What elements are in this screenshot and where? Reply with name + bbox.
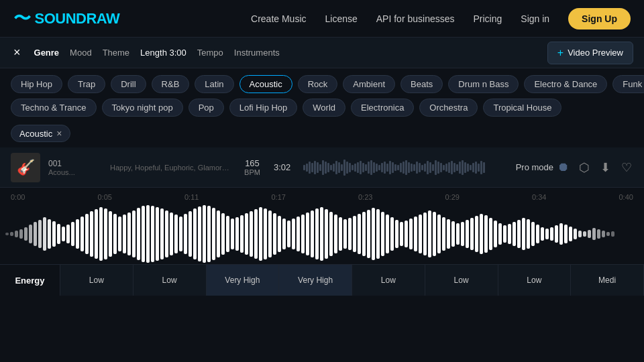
filter-bar: × Genre Mood Theme Length 3:00 Tempo Ins… bbox=[0, 38, 644, 68]
waveform-bar bbox=[123, 215, 126, 253]
waveform-bar bbox=[574, 229, 577, 239]
genre-tag-hip-hop[interactable]: Hip Hop bbox=[11, 75, 62, 93]
track-wave-bar bbox=[335, 161, 337, 174]
waveform-bar bbox=[127, 213, 131, 255]
filter-tempo[interactable]: Tempo bbox=[197, 48, 223, 58]
track-wave-bar bbox=[424, 164, 426, 172]
waveform-bar bbox=[57, 224, 60, 244]
waveform-bar bbox=[113, 214, 117, 254]
download-button[interactable]: ⬇ bbox=[599, 159, 612, 176]
genre-tag-orchestra[interactable]: Orchestra bbox=[419, 99, 478, 117]
waveform-bar bbox=[414, 217, 417, 251]
waveform-bar bbox=[297, 217, 300, 251]
track-wave-bar bbox=[451, 161, 453, 174]
track-wave-bar bbox=[478, 164, 480, 172]
genre-tag-pop[interactable]: Pop bbox=[189, 99, 224, 117]
waveform-bar bbox=[541, 227, 544, 241]
nav-license[interactable]: License bbox=[325, 13, 358, 24]
timeline-marker: 0:23 bbox=[358, 193, 372, 201]
signin-button[interactable]: Sign in bbox=[521, 13, 549, 24]
waveform-bar bbox=[226, 216, 229, 252]
genre-tag-tropical-house[interactable]: Tropical House bbox=[483, 99, 561, 117]
waveform-bar bbox=[19, 229, 23, 239]
track-tags: Happy, Hopeful, Euphoric, Glamoro... bbox=[110, 164, 231, 172]
energy-cell-4: Low bbox=[352, 265, 425, 296]
favorite-button[interactable]: ♡ bbox=[620, 159, 633, 176]
waveform-bar bbox=[348, 218, 352, 250]
waveform-bar bbox=[545, 229, 549, 239]
waveform-bar bbox=[513, 222, 516, 246]
nav-api[interactable]: API for businesses bbox=[376, 13, 455, 24]
waveform-bar bbox=[38, 220, 42, 248]
genre-tag-funk[interactable]: Funk bbox=[612, 75, 644, 93]
track-wave-bar bbox=[309, 162, 311, 174]
share-button[interactable]: ⬡ bbox=[578, 159, 591, 176]
waveform-bar bbox=[273, 213, 276, 255]
genre-tag-trap[interactable]: Trap bbox=[68, 75, 105, 93]
genre-tag-lofi-hip-hop[interactable]: Lofi Hip Hop bbox=[229, 99, 298, 117]
filter-length-label[interactable]: Length 3:00 bbox=[140, 48, 186, 58]
genre-tag-world[interactable]: World bbox=[303, 99, 345, 117]
waveform-bar bbox=[461, 222, 464, 246]
close-filter-button[interactable]: × bbox=[11, 46, 23, 60]
waveform-bar bbox=[362, 212, 366, 256]
genre-tag-r&b[interactable]: R&B bbox=[152, 75, 190, 93]
track-wave-bar bbox=[373, 162, 375, 173]
track-wave-bar bbox=[327, 163, 329, 172]
track-wave-bar bbox=[314, 161, 316, 174]
waveform-bar bbox=[343, 219, 347, 249]
waveform-bar bbox=[235, 217, 239, 251]
genre-tag-ambient[interactable]: Ambient bbox=[343, 75, 395, 93]
track-wave-bar bbox=[352, 165, 354, 170]
waveform-bar bbox=[433, 212, 436, 256]
track-wave-bar bbox=[368, 162, 370, 174]
genre-tag-techno-&-trance[interactable]: Techno & Trance bbox=[11, 99, 97, 117]
waveform-bar bbox=[292, 219, 295, 249]
genre-tag-acoustic[interactable]: Acoustic bbox=[239, 75, 292, 93]
remove-acoustic-button[interactable]: × bbox=[56, 128, 62, 139]
filter-genre[interactable]: Genre bbox=[34, 48, 60, 58]
energy-cell-6: Low bbox=[498, 265, 572, 296]
waveform-bar bbox=[146, 205, 150, 263]
filter-theme[interactable]: Theme bbox=[103, 48, 129, 58]
genre-tag-drill[interactable]: Drill bbox=[111, 75, 146, 93]
waveform-bar bbox=[179, 217, 182, 251]
waveform-bar bbox=[437, 215, 441, 253]
timeline-marker: 0:17 bbox=[272, 193, 286, 201]
active-tag-acoustic: Acoustic × bbox=[11, 125, 70, 142]
waveform-bar bbox=[447, 219, 450, 249]
video-preview-button[interactable]: + Video Preview bbox=[547, 42, 633, 64]
waveform-bar bbox=[592, 228, 596, 240]
track-wave-bar bbox=[386, 164, 388, 172]
genre-tag-drum-n-bass[interactable]: Drum n Bass bbox=[448, 75, 519, 93]
filter-instruments[interactable]: Instruments bbox=[234, 48, 280, 58]
nav-create-music[interactable]: Create Music bbox=[251, 13, 306, 24]
genre-tag-tokyo-night-pop[interactable]: Tokyo night pop bbox=[102, 99, 183, 117]
waveform-display[interactable] bbox=[0, 204, 644, 264]
genre-tag-electro-&-dance[interactable]: Electro & Dance bbox=[524, 75, 607, 93]
waveform-bar bbox=[527, 219, 530, 249]
genre-tag-latin[interactable]: Latin bbox=[195, 75, 233, 93]
waveform-bar bbox=[264, 208, 267, 259]
waveform-bar bbox=[536, 225, 539, 243]
genre-tag-electronica[interactable]: Electronica bbox=[351, 99, 414, 117]
waveform-bar bbox=[259, 207, 262, 261]
waveform-bar bbox=[470, 218, 474, 250]
waveform-bar bbox=[367, 210, 370, 258]
timeline-marker: 0:00 bbox=[11, 193, 25, 201]
signup-button[interactable]: Sign Up bbox=[568, 8, 631, 29]
nav-pricing[interactable]: Pricing bbox=[474, 13, 502, 24]
pro-mode-toggle[interactable]: Pro mode ⏺ bbox=[516, 160, 570, 174]
track-wave-bar bbox=[338, 162, 340, 173]
genre-tag-beats[interactable]: Beats bbox=[400, 75, 443, 93]
energy-section: Energy LowLowVery HighVery HighLowLowLow… bbox=[0, 264, 644, 296]
waveform-bar bbox=[71, 222, 74, 246]
plus-icon: + bbox=[557, 47, 564, 59]
waveform-bar bbox=[174, 215, 178, 253]
track-wave-bar bbox=[443, 165, 445, 170]
waveform-bar bbox=[456, 223, 460, 245]
track-wave-bar bbox=[453, 163, 455, 172]
filter-mood[interactable]: Mood bbox=[70, 48, 92, 58]
waveform-bar bbox=[602, 231, 605, 237]
genre-tag-rock[interactable]: Rock bbox=[298, 75, 338, 93]
